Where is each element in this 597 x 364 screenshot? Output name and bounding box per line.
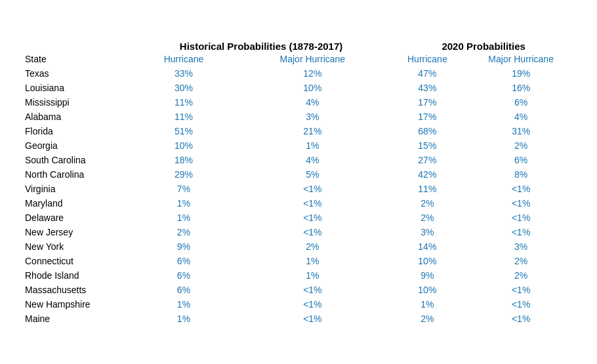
prob-major-cell: <1% [464,297,577,312]
prob-hurricane-cell: 1% [390,297,464,312]
prob-hurricane-cell: 47% [390,66,464,81]
table-row: Florida51%21%68%31% [20,124,577,138]
prob-hurricane-cell: 42% [390,167,464,182]
probabilities-table: Historical Probabilities (1878-2017) 202… [20,39,577,326]
hist-hurricane-cell: 30% [133,81,236,95]
empty-header [20,39,133,52]
prob-hurricane-header: Hurricane [390,52,464,66]
prob-major-cell: <1% [464,312,577,326]
prob-major-cell: 3% [464,239,577,254]
prob-major-cell: 8% [464,167,577,182]
state-cell: South Carolina [20,153,133,167]
table-row: Georgia10%1%15%2% [20,138,577,153]
table-row: Texas33%12%47%19% [20,66,577,81]
hist-hurricane-cell: 11% [133,110,236,124]
state-cell: New York [20,239,133,254]
hist-hurricane-cell: 29% [133,167,236,182]
state-cell: Delaware [20,211,133,225]
table-row: New Jersey2%<1%3%<1% [20,225,577,239]
prob-hurricane-cell: 2% [390,211,464,225]
prob-hurricane-cell: 2% [390,196,464,211]
prob-hurricane-cell: 17% [390,95,464,110]
hist-hurricane-cell: 51% [133,124,236,138]
hist-hurricane-cell: 2% [133,225,236,239]
prob-hurricane-cell: 17% [390,110,464,124]
hist-group-header: Historical Probabilities (1878-2017) [133,39,390,52]
state-cell: Georgia [20,138,133,153]
hist-major-cell: 5% [235,167,390,182]
hist-major-cell: 2% [235,239,390,254]
prob-hurricane-cell: 43% [390,81,464,95]
hist-hurricane-cell: 6% [133,283,236,297]
table-row: North Carolina29%5%42%8% [20,167,577,182]
state-cell: Alabama [20,110,133,124]
prob-major-cell: 31% [464,124,577,138]
table-row: New Hampshire1%<1%1%<1% [20,297,577,312]
hist-hurricane-cell: 18% [133,153,236,167]
hist-major-cell: <1% [235,283,390,297]
prob-major-header: Major Hurricane [464,52,577,66]
hist-major-cell: <1% [235,312,390,326]
prob-major-cell: <1% [464,225,577,239]
table-row: Virginia7%<1%11%<1% [20,182,577,196]
table-row: Alabama11%3%17%4% [20,110,577,124]
prob-major-cell: 6% [464,153,577,167]
table-row: Delaware1%<1%2%<1% [20,211,577,225]
state-cell: Maryland [20,196,133,211]
hist-major-cell: <1% [235,196,390,211]
table-row: South Carolina18%4%27%6% [20,153,577,167]
hist-major-cell: <1% [235,297,390,312]
state-cell: Louisiana [20,81,133,95]
hist-hurricane-cell: 11% [133,95,236,110]
hist-major-cell: 1% [235,254,390,268]
state-col-header: State [20,52,133,66]
state-cell: New Hampshire [20,297,133,312]
prob-hurricane-cell: 9% [390,268,464,283]
prob-major-cell: 6% [464,95,577,110]
table-row: Massachusetts6%<1%10%<1% [20,283,577,297]
hist-major-cell: <1% [235,182,390,196]
state-cell: Maine [20,312,133,326]
prob-hurricane-cell: 10% [390,254,464,268]
prob-hurricane-cell: 3% [390,225,464,239]
prob-major-cell: 2% [464,138,577,153]
hist-major-cell: 21% [235,124,390,138]
table-row: Mississippi11%4%17%6% [20,95,577,110]
prob-major-cell: 2% [464,268,577,283]
main-container: Historical Probabilities (1878-2017) 202… [0,26,597,339]
hist-hurricane-cell: 10% [133,138,236,153]
table-row: Maryland1%<1%2%<1% [20,196,577,211]
hist-hurricane-cell: 33% [133,66,236,81]
hist-hurricane-cell: 1% [133,312,236,326]
state-cell: Massachusetts [20,283,133,297]
hist-major-cell: 4% [235,153,390,167]
prob-major-cell: 2% [464,254,577,268]
hist-major-cell: <1% [235,225,390,239]
table-row: Maine1%<1%2%<1% [20,312,577,326]
hist-hurricane-cell: 1% [133,297,236,312]
prob-group-header: 2020 Probabilities [390,39,577,52]
hist-major-header: Major Hurricane [235,52,390,66]
hist-hurricane-cell: 6% [133,268,236,283]
prob-major-cell: <1% [464,196,577,211]
prob-major-cell: <1% [464,211,577,225]
table-row: Louisiana30%10%43%16% [20,81,577,95]
hist-major-cell: 10% [235,81,390,95]
hist-major-cell: 3% [235,110,390,124]
table-row: New York9%2%14%3% [20,239,577,254]
prob-hurricane-cell: 14% [390,239,464,254]
prob-hurricane-cell: 15% [390,138,464,153]
prob-hurricane-cell: 11% [390,182,464,196]
hist-hurricane-cell: 9% [133,239,236,254]
hist-major-cell: <1% [235,211,390,225]
table-row: Connecticut6%1%10%2% [20,254,577,268]
state-cell: Virginia [20,182,133,196]
prob-hurricane-cell: 27% [390,153,464,167]
state-cell: North Carolina [20,167,133,182]
prob-major-cell: 19% [464,66,577,81]
hist-hurricane-cell: 1% [133,211,236,225]
prob-hurricane-cell: 68% [390,124,464,138]
hist-major-cell: 1% [235,138,390,153]
prob-hurricane-cell: 2% [390,312,464,326]
prob-major-cell: <1% [464,182,577,196]
